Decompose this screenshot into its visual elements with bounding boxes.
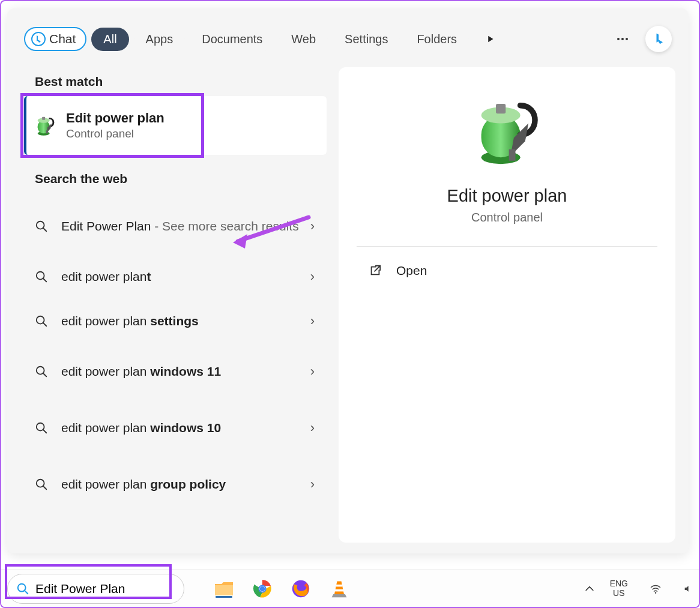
svg-rect-7 [42, 117, 45, 120]
wifi-icon [650, 583, 662, 595]
svg-line-14 [43, 323, 47, 327]
vlc-icon [330, 579, 349, 598]
web-result-text: edit power plan windows 11 [61, 363, 310, 380]
chrome-app[interactable] [252, 578, 273, 600]
open-label: Open [396, 263, 427, 278]
chevron-up-icon [584, 583, 596, 595]
ellipsis-icon [615, 32, 630, 46]
best-match-subtitle: Control panel [66, 127, 164, 140]
taskbar: ENG US [1, 570, 699, 607]
svg-point-1 [617, 38, 620, 40]
taskbar-search-input[interactable] [35, 582, 155, 596]
open-action[interactable]: Open [357, 263, 427, 278]
more-filters-button[interactable] [481, 29, 500, 49]
taskbar-apps [213, 578, 350, 600]
taskbar-search-box[interactable] [7, 574, 184, 604]
svg-line-16 [43, 373, 47, 377]
web-result-item[interactable]: edit power plan group policy› [20, 456, 327, 513]
search-icon [35, 478, 48, 491]
svg-rect-36 [335, 589, 343, 591]
power-plan-icon [34, 113, 58, 137]
svg-line-10 [43, 228, 47, 232]
firefox-icon [291, 579, 311, 599]
search-icon [35, 270, 48, 283]
svg-rect-25 [508, 149, 515, 161]
filter-documents[interactable]: Documents [190, 28, 274, 51]
web-result-text: edit power plant [61, 268, 310, 285]
search-window: Chat All Apps Documents Web Settings Fol… [7, 8, 689, 553]
svg-line-12 [43, 278, 47, 282]
filter-row: Chat All Apps Documents Web Settings Fol… [7, 8, 689, 56]
detail-pane: Edit power plan Control panel Open [339, 67, 675, 543]
chevron-right-icon: › [310, 364, 315, 379]
chat-filter-label: Chat [49, 32, 76, 46]
svg-point-0 [32, 32, 45, 46]
best-match-header: Best match [35, 74, 327, 89]
filter-settings[interactable]: Settings [333, 28, 400, 51]
detail-divider [357, 246, 657, 247]
svg-rect-35 [336, 584, 343, 586]
language-indicator[interactable]: ENG US [610, 579, 628, 598]
file-explorer-app[interactable] [213, 578, 235, 600]
svg-rect-29 [216, 596, 232, 598]
svg-line-20 [43, 486, 47, 490]
web-result-text: edit power plan settings [61, 313, 310, 330]
search-icon [35, 220, 48, 233]
chevron-right-icon: › [310, 420, 315, 436]
web-result-item[interactable]: edit power plan windows 10› [20, 400, 327, 456]
tray-expand-button[interactable] [580, 579, 599, 598]
search-icon [16, 582, 29, 595]
filter-all[interactable]: All [91, 28, 128, 51]
search-web-header: Search the web [35, 172, 327, 186]
svg-rect-24 [496, 104, 505, 113]
speaker-icon [683, 583, 693, 595]
vlc-app[interactable] [328, 578, 350, 600]
detail-subtitle: Control panel [471, 211, 543, 224]
detail-title: Edit power plan [447, 186, 567, 206]
chevron-right-icon: › [310, 269, 315, 284]
web-result-text: edit power plan windows 10 [61, 420, 310, 436]
svg-point-33 [260, 586, 265, 591]
filter-apps[interactable]: Apps [134, 28, 186, 51]
bing-icon [650, 31, 667, 47]
web-result-text: edit power plan group policy [61, 476, 310, 493]
chevron-right-icon: › [310, 313, 315, 329]
search-icon [35, 421, 48, 435]
svg-point-3 [626, 38, 628, 40]
firefox-app[interactable] [290, 578, 312, 600]
taskbar-tray: ENG US [573, 579, 693, 598]
web-result-item[interactable]: edit power plant› [20, 254, 327, 299]
filter-web[interactable]: Web [279, 28, 328, 51]
web-result-item[interactable]: edit power plan windows 11› [20, 343, 327, 400]
web-result-item[interactable]: edit power plan settings› [20, 299, 327, 343]
bing-button[interactable] [645, 26, 672, 52]
svg-line-18 [43, 430, 47, 433]
chrome-icon [252, 579, 273, 599]
folder-icon [213, 578, 235, 600]
power-plan-large-icon [468, 92, 546, 170]
volume-indicator[interactable] [683, 579, 693, 598]
svg-rect-8 [46, 130, 48, 133]
filter-folders[interactable]: Folders [405, 28, 469, 51]
open-external-icon [369, 264, 382, 277]
wifi-indicator[interactable] [646, 579, 665, 598]
svg-point-37 [655, 592, 657, 594]
best-match-result[interactable]: Edit power plan Control panel [24, 96, 327, 155]
play-icon [485, 34, 496, 44]
svg-line-27 [25, 590, 28, 594]
chevron-right-icon: › [310, 477, 315, 492]
bing-icon [31, 32, 46, 46]
chat-filter-chip[interactable]: Chat [24, 27, 86, 51]
search-icon [35, 315, 48, 328]
svg-point-2 [621, 38, 624, 40]
annotation-arrow [229, 211, 313, 253]
svg-rect-28 [215, 585, 233, 595]
results-pane: Best match Edit power plan [20, 67, 327, 543]
best-match-title: Edit power plan [66, 110, 164, 126]
search-icon [35, 365, 48, 378]
overflow-menu-button[interactable] [613, 29, 632, 49]
